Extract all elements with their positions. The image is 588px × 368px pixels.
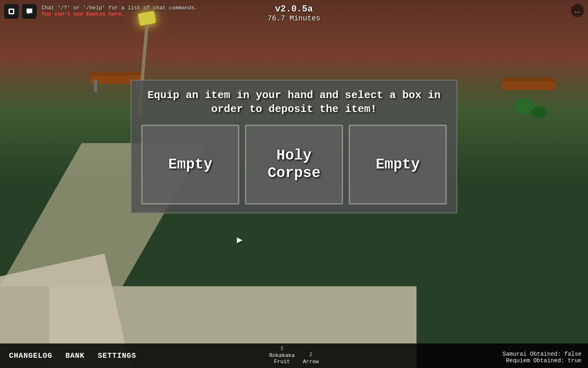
svg-rect-1 bbox=[10, 10, 13, 13]
bench-right bbox=[502, 78, 555, 100]
chat-help-text: Chat '/?' or '/help' for a list of chat … bbox=[42, 5, 198, 11]
item-box-1[interactable]: Empty bbox=[141, 125, 239, 204]
hotbar: 1 RokakakaFruit 2 Arrow bbox=[269, 346, 318, 365]
dialog-boxes-container: Empty HolyCorpse Empty bbox=[140, 125, 448, 204]
top-right-ui: ... bbox=[571, 4, 584, 17]
item-box-3[interactable]: Empty bbox=[349, 125, 447, 204]
hotbar-slot-2: 2 Arrow bbox=[303, 352, 319, 365]
version-text: v2.0.5a bbox=[267, 4, 321, 14]
hotbar-slot-1-num: 1 bbox=[281, 346, 284, 352]
bench-leg-left bbox=[94, 80, 97, 92]
hotbar-slot-2-num: 2 bbox=[309, 352, 312, 358]
changelog-button[interactable]: CHANGELOG bbox=[7, 350, 55, 361]
roblox-icon[interactable] bbox=[4, 4, 19, 19]
more-options-button[interactable]: ... bbox=[571, 4, 584, 17]
bank-button[interactable]: BANK bbox=[63, 350, 87, 361]
bush-2 bbox=[531, 106, 547, 119]
bench-seat-right bbox=[502, 82, 555, 90]
dialog-instruction-text: Equip an item in your hand and select a … bbox=[140, 89, 448, 117]
top-left-ui: Chat '/?' or '/help' for a list of chat … bbox=[4, 4, 198, 19]
item-box-1-label: Empty bbox=[168, 156, 212, 173]
samurai-info: Samurai Obtained: false bbox=[503, 351, 581, 357]
item-box-2[interactable]: HolyCorpse bbox=[245, 125, 343, 204]
item-box-2-label: HolyCorpse bbox=[267, 147, 321, 182]
top-center-ui: v2.0.5a 76.7 Minutes bbox=[267, 4, 321, 22]
chat-icon[interactable] bbox=[22, 4, 37, 19]
hotbar-slot-1-item: RokakakaFruit bbox=[269, 352, 294, 365]
deposit-dialog: Equip an item in your hand and select a … bbox=[131, 80, 457, 213]
bottom-right-info: Samurai Obtained: false Requiem Obtained… bbox=[503, 351, 581, 364]
requiem-info: Requiem Obtained: true bbox=[503, 357, 581, 364]
hotbar-slot-2-item: Arrow bbox=[303, 359, 319, 365]
hotbar-slot-1: 1 RokakakaFruit bbox=[269, 346, 294, 365]
emote-warning-text: You can't use Emotes here. bbox=[42, 11, 198, 17]
settings-button[interactable]: SETTINGS bbox=[95, 350, 138, 361]
item-box-3-label: Empty bbox=[376, 156, 420, 173]
chat-text-area: Chat '/?' or '/help' for a list of chat … bbox=[42, 5, 198, 17]
time-text: 76.7 Minutes bbox=[267, 14, 321, 22]
